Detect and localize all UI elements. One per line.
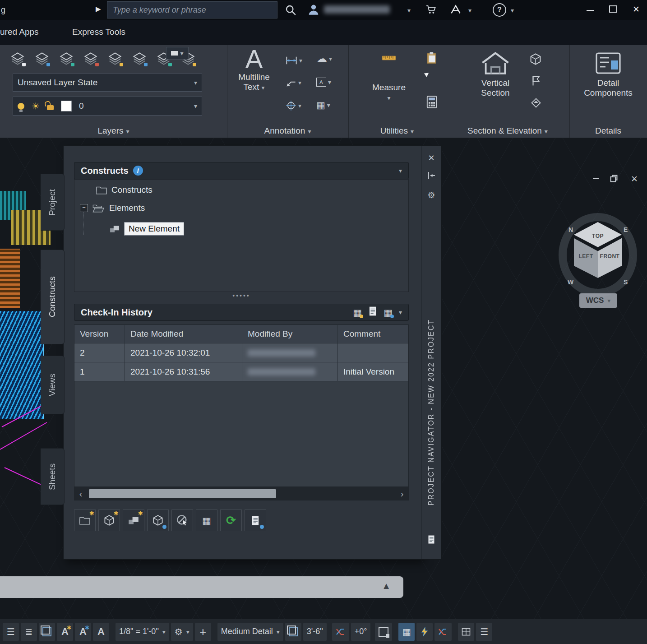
- new-category-button[interactable]: ✱: [74, 510, 96, 531]
- scroll-right-icon[interactable]: ›: [396, 489, 408, 499]
- panel-label-details[interactable]: Details: [569, 126, 647, 136]
- preview-icon[interactable]: ▦: [384, 308, 393, 317]
- revision-cloud-icon[interactable]: ☁▾: [316, 53, 332, 64]
- vertical-section-button[interactable]: Vertical Section: [464, 50, 527, 98]
- help-icon[interactable]: ?: [493, 3, 506, 17]
- section-marker-icon[interactable]: [531, 75, 541, 89]
- search-input[interactable]: [107, 2, 277, 18]
- centerline-tool-icon[interactable]: ▾: [286, 100, 301, 111]
- selection-cycling-icon[interactable]: [375, 623, 392, 641]
- autodesk-menu-chevron-icon[interactable]: ▾: [468, 7, 471, 14]
- column-header-comment[interactable]: Comment: [338, 325, 408, 343]
- table-row[interactable]: 2 2021-10-26 10:32:01: [74, 343, 408, 362]
- palette-properties-gear-icon[interactable]: ⚙: [421, 190, 441, 200]
- repath-xref-button[interactable]: [245, 510, 266, 531]
- panel-label-section-elevation[interactable]: Section & Elevation▾: [446, 126, 569, 136]
- auto-hide-icon[interactable]: [421, 171, 441, 182]
- user-account-icon[interactable]: [308, 4, 319, 15]
- drawing-minimize-button[interactable]: [593, 178, 599, 179]
- layer-thaw-sun-icon[interactable]: ☀: [32, 102, 40, 111]
- palette-icon[interactable]: [421, 535, 441, 547]
- isolate-objects-icon[interactable]: [285, 623, 301, 641]
- panel-label-utilities[interactable]: Utilities▾: [348, 126, 446, 136]
- layer-on-bulb-icon[interactable]: [18, 103, 24, 110]
- table-row[interactable]: 1 2021-10-26 10:31:56 Initial Version: [74, 362, 408, 381]
- compass-south[interactable]: S: [624, 278, 628, 286]
- annotation-scale-icon[interactable]: A: [93, 623, 109, 641]
- app-store-cart-icon[interactable]: [426, 5, 437, 14]
- annotation-visibility-icon[interactable]: A✱: [57, 623, 73, 641]
- expand-up-icon[interactable]: ▲: [382, 581, 391, 591]
- palette-splitter[interactable]: •••••: [74, 292, 409, 299]
- flyout-arrow-icon[interactable]: ▶: [96, 5, 101, 13]
- annotation-scale-button[interactable]: 1/8" = 1'-0" ▾: [116, 623, 169, 641]
- tree-collapse-icon[interactable]: −: [80, 204, 88, 212]
- window-minimize-button[interactable]: [587, 10, 594, 11]
- palette-tab-project[interactable]: Project: [41, 174, 65, 231]
- detail-level-button[interactable]: Medium Detail ▾: [217, 623, 283, 641]
- paste-icon[interactable]: [426, 51, 438, 66]
- status-graphics-icon[interactable]: [434, 623, 452, 641]
- workspace-gear-button[interactable]: ⚙▾: [171, 623, 193, 641]
- angle-value[interactable]: +0°: [351, 623, 371, 641]
- quick-calculator-icon[interactable]: [426, 96, 438, 111]
- viewcube[interactable]: TOP LEFT FRONT: [574, 222, 622, 278]
- compass-east[interactable]: E: [624, 226, 628, 233]
- tab-express-tools[interactable]: Express Tools: [72, 27, 125, 37]
- help-menu-chevron-icon[interactable]: ▾: [511, 7, 514, 14]
- chevron-down-icon[interactable]: ▾: [399, 167, 402, 174]
- measure-button[interactable]: Measure ▾: [362, 53, 416, 102]
- layer-status-icon[interactable]: [39, 623, 55, 641]
- search-icon[interactable]: [285, 5, 296, 15]
- cut-plane-icon[interactable]: [332, 623, 349, 641]
- multiline-text-button[interactable]: A Multiline Text ▾: [231, 46, 277, 92]
- layer-state-combo[interactable]: Unsaved Layer State ▾: [13, 74, 202, 92]
- scroll-left-icon[interactable]: ‹: [74, 489, 87, 499]
- scrollbar-thumb[interactable]: [89, 489, 276, 498]
- detail-components-button[interactable]: Detail Components: [581, 51, 635, 98]
- graphics-performance-icon[interactable]: [416, 623, 433, 641]
- clean-screen-icon[interactable]: [458, 623, 474, 641]
- drawing-canvas[interactable]: ✕ N E S W TOP LEFT FRONT WCS ▾ Project C…: [0, 138, 647, 644]
- text-style-icon[interactable]: A▾: [316, 78, 331, 87]
- elevation-marker-icon[interactable]: [531, 97, 541, 111]
- autodesk-logo-icon[interactable]: [450, 5, 461, 14]
- window-close-button[interactable]: ✕: [633, 4, 640, 14]
- tree-item-constructs[interactable]: Constructs: [96, 185, 153, 195]
- new-construct-button[interactable]: ✱: [98, 510, 120, 531]
- column-header-date-modified[interactable]: Date Modified: [125, 325, 242, 343]
- project-table-button[interactable]: ▦: [196, 510, 217, 531]
- disable-refresh-button[interactable]: [171, 510, 193, 531]
- refresh-project-button[interactable]: ⟳: [220, 510, 242, 531]
- hardware-acceleration-icon[interactable]: ▦: [398, 623, 415, 641]
- annotation-autoscale-icon[interactable]: A✱: [75, 623, 91, 641]
- layer-properties-icon[interactable]: [7, 49, 28, 69]
- drawing-close-button[interactable]: ✕: [631, 174, 638, 184]
- layer-off-icon[interactable]: [32, 49, 52, 69]
- constructs-section-header[interactable]: Constructs i ▾: [74, 162, 409, 179]
- checkin-history-icon[interactable]: ▦: [353, 308, 362, 317]
- panel-label-annotation[interactable]: Annotation▾: [227, 126, 348, 136]
- user-menu-chevron-icon[interactable]: ▾: [407, 7, 411, 14]
- palette-close-icon[interactable]: ✕: [421, 153, 441, 163]
- layer-freeze-icon[interactable]: [80, 49, 101, 69]
- layer-combo[interactable]: ☀ 0 ▾: [13, 97, 202, 116]
- compass-west[interactable]: W: [568, 278, 573, 286]
- palette-tab-views[interactable]: Views: [41, 356, 65, 414]
- customization-menu-icon[interactable]: ☰: [476, 623, 492, 641]
- document-details-icon[interactable]: [368, 306, 377, 319]
- layer-isolate-icon[interactable]: [56, 49, 77, 69]
- ribbon-display-toggle[interactable]: ▾: [166, 47, 189, 60]
- drawing-restore-button[interactable]: [610, 175, 618, 185]
- elevation-value[interactable]: 3'-6": [303, 623, 327, 641]
- chevron-down-icon[interactable]: ▾: [399, 309, 402, 315]
- crosshair-icon[interactable]: +: [195, 623, 211, 641]
- dimension-tool-icon[interactable]: ▾: [286, 55, 302, 66]
- tab-featured-apps[interactable]: ured Apps: [0, 27, 39, 37]
- tree-item-new-element[interactable]: New Element: [110, 222, 184, 236]
- status-list-icon[interactable]: ≣: [21, 623, 37, 641]
- section-box-icon[interactable]: [530, 53, 541, 67]
- horizontal-scrollbar[interactable]: ‹ ›: [74, 487, 409, 500]
- layer-lock-icon[interactable]: [105, 49, 125, 69]
- layer-color-swatch[interactable]: [61, 101, 72, 111]
